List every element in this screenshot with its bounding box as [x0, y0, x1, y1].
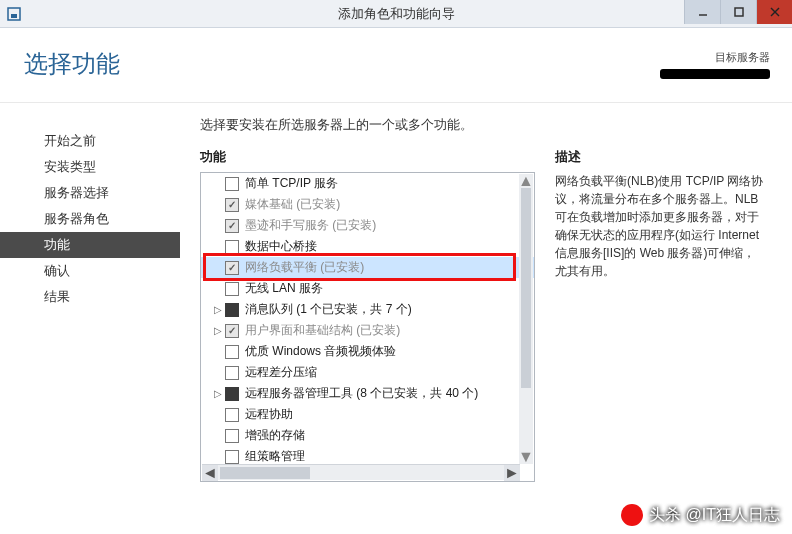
- description-heading: 描述: [555, 148, 765, 166]
- close-button[interactable]: [756, 0, 792, 24]
- scroll-down-icon[interactable]: ▼: [519, 450, 533, 464]
- feature-checkbox[interactable]: [225, 177, 239, 191]
- feature-row[interactable]: ▷消息队列 (1 个已安装，共 7 个): [201, 299, 534, 320]
- nav-item-2[interactable]: 服务器选择: [0, 180, 180, 206]
- destination-value-redacted: [660, 69, 770, 79]
- watermark: 头杀 @IT狂人日志: [621, 504, 780, 526]
- feature-row[interactable]: 远程差分压缩: [201, 362, 534, 383]
- watermark-text: 头杀 @IT狂人日志: [649, 505, 780, 526]
- feature-row[interactable]: 优质 Windows 音频视频体验: [201, 341, 534, 362]
- feature-row[interactable]: 简单 TCP/IP 服务: [201, 173, 534, 194]
- feature-checkbox[interactable]: [225, 345, 239, 359]
- feature-label: 消息队列 (1 个已安装，共 7 个): [245, 301, 412, 318]
- vscroll-thumb[interactable]: [521, 188, 531, 388]
- nav-item-6[interactable]: 结果: [0, 284, 180, 310]
- feature-checkbox[interactable]: [225, 429, 239, 443]
- scroll-right-icon[interactable]: ►: [504, 465, 520, 481]
- scroll-up-icon[interactable]: ▲: [519, 174, 533, 188]
- feature-checkbox[interactable]: [225, 303, 239, 317]
- window-title: 添加角色和功能向导: [0, 5, 792, 23]
- feature-checkbox: [225, 261, 239, 275]
- feature-label: 增强的存储: [245, 427, 305, 444]
- feature-row[interactable]: 墨迹和手写服务 (已安装): [201, 215, 534, 236]
- feature-label: 数据中心桥接: [245, 238, 317, 255]
- feature-row[interactable]: 增强的存储: [201, 425, 534, 446]
- feature-checkbox[interactable]: [225, 387, 239, 401]
- feature-label: 简单 TCP/IP 服务: [245, 175, 338, 192]
- hscroll-thumb[interactable]: [220, 467, 310, 479]
- feature-label: 无线 LAN 服务: [245, 280, 323, 297]
- chevron-right-icon[interactable]: ▷: [211, 388, 225, 399]
- feature-checkbox[interactable]: [225, 366, 239, 380]
- feature-label: 远程协助: [245, 406, 293, 423]
- feature-checkbox[interactable]: [225, 240, 239, 254]
- watermark-logo-icon: [621, 504, 643, 526]
- feature-row[interactable]: 网络负载平衡 (已安装): [201, 257, 534, 278]
- svg-rect-1: [11, 14, 17, 18]
- feature-row[interactable]: 无线 LAN 服务: [201, 278, 534, 299]
- horizontal-scrollbar[interactable]: ◄ ►: [202, 464, 520, 480]
- feature-row[interactable]: 远程协助: [201, 404, 534, 425]
- feature-row[interactable]: 媒体基础 (已安装): [201, 194, 534, 215]
- description-text: 网络负载平衡(NLB)使用 TCP/IP 网络协议，将流量分布在多个服务器上。N…: [555, 172, 765, 280]
- titlebar: 添加角色和功能向导: [0, 0, 792, 28]
- feature-checkbox[interactable]: [225, 408, 239, 422]
- nav-item-1[interactable]: 安装类型: [0, 154, 180, 180]
- scroll-left-icon[interactable]: ◄: [202, 465, 218, 481]
- feature-checkbox: [225, 219, 239, 233]
- app-icon: [4, 4, 24, 24]
- vertical-scrollbar[interactable]: ▲ ▼: [519, 174, 533, 464]
- wizard-nav: 开始之前安装类型服务器选择服务器角色功能确认结果: [0, 128, 180, 310]
- feature-row[interactable]: ▷远程服务器管理工具 (8 个已安装，共 40 个): [201, 383, 534, 404]
- features-heading: 功能: [200, 148, 535, 166]
- feature-label: 网络负载平衡 (已安装): [245, 259, 364, 276]
- nav-item-3[interactable]: 服务器角色: [0, 206, 180, 232]
- maximize-button[interactable]: [720, 0, 756, 24]
- instruction-text: 选择要安装在所选服务器上的一个或多个功能。: [200, 116, 782, 134]
- feature-label: 媒体基础 (已安装): [245, 196, 340, 213]
- destination-label: 目标服务器: [715, 51, 770, 63]
- chevron-right-icon[interactable]: ▷: [211, 304, 225, 315]
- feature-label: 远程差分压缩: [245, 364, 317, 381]
- feature-checkbox: [225, 198, 239, 212]
- nav-item-0[interactable]: 开始之前: [0, 128, 180, 154]
- nav-item-4[interactable]: 功能: [0, 232, 180, 258]
- page-title: 选择功能: [24, 48, 120, 80]
- feature-row[interactable]: ▷用户界面和基础结构 (已安装): [201, 320, 534, 341]
- feature-checkbox[interactable]: [225, 450, 239, 464]
- feature-row[interactable]: 数据中心桥接: [201, 236, 534, 257]
- page-header: 选择功能 目标服务器: [0, 28, 792, 103]
- svg-rect-3: [735, 8, 743, 16]
- destination-server: 目标服务器: [660, 50, 770, 81]
- feature-label: 优质 Windows 音频视频体验: [245, 343, 396, 360]
- window-buttons: [684, 0, 792, 24]
- feature-label: 墨迹和手写服务 (已安装): [245, 217, 376, 234]
- chevron-right-icon[interactable]: ▷: [211, 325, 225, 336]
- feature-checkbox: [225, 324, 239, 338]
- features-listbox[interactable]: 简单 TCP/IP 服务媒体基础 (已安装)墨迹和手写服务 (已安装)数据中心桥…: [200, 172, 535, 482]
- minimize-button[interactable]: [684, 0, 720, 24]
- feature-label: 远程服务器管理工具 (8 个已安装，共 40 个): [245, 385, 478, 402]
- feature-checkbox[interactable]: [225, 282, 239, 296]
- nav-item-5[interactable]: 确认: [0, 258, 180, 284]
- feature-label: 组策略管理: [245, 448, 305, 465]
- feature-label: 用户界面和基础结构 (已安装): [245, 322, 400, 339]
